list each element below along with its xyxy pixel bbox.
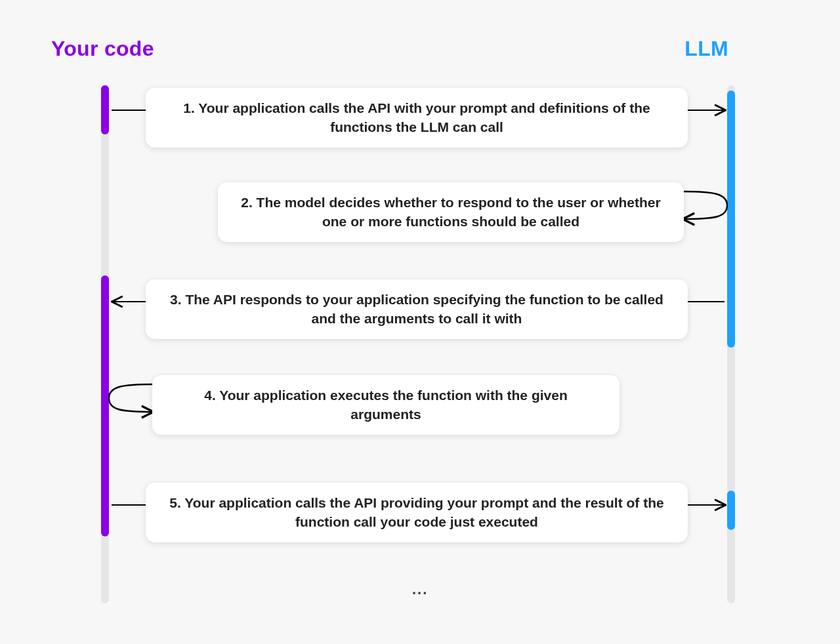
step-card-4: 4. Your application executes the functio… — [152, 375, 620, 435]
your-code-lifeline — [101, 85, 109, 603]
self-loop-your-code — [109, 384, 152, 412]
your-code-header: Your code — [51, 37, 154, 61]
step-card-2: 2. The model decides whether to respond … — [218, 182, 684, 242]
continuation-ellipsis: ... — [412, 581, 428, 598]
your-code-active-2 — [101, 275, 109, 536]
llm-active-1 — [727, 91, 735, 348]
step-card-1: 1. Your application calls the API with y… — [146, 88, 688, 148]
llm-header: LLM — [684, 37, 728, 61]
self-loop-llm — [684, 191, 727, 219]
your-code-active-1 — [101, 85, 109, 134]
llm-active-2 — [727, 491, 735, 530]
step-card-5: 5. Your application calls the API provid… — [146, 483, 688, 542]
step-card-3: 3. The API responds to your application … — [146, 279, 688, 339]
llm-lifeline — [727, 85, 735, 603]
